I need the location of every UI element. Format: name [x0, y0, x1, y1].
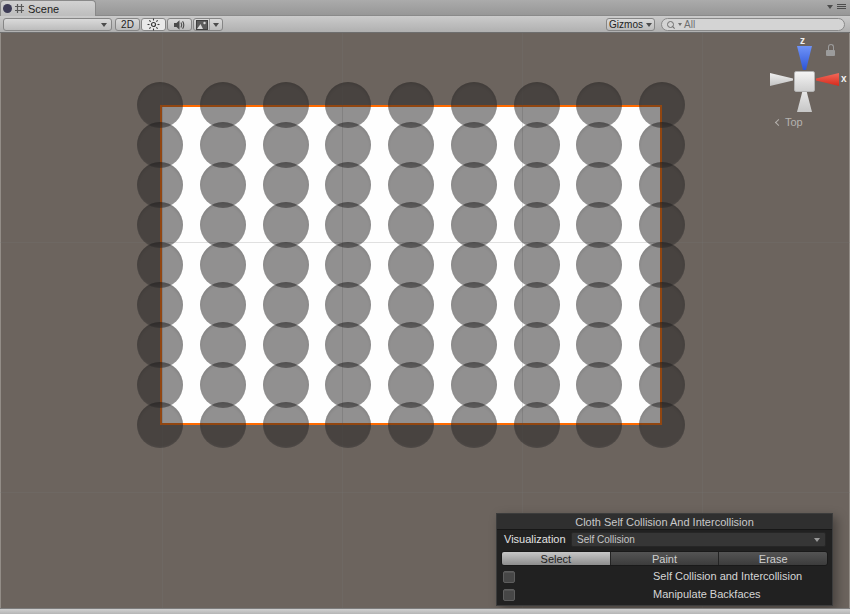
chevron-down-icon[interactable]: [213, 23, 219, 27]
self-collision-checkbox-label: Self Collision and Intercollision: [653, 570, 802, 582]
cloth-particle[interactable]: [514, 402, 560, 448]
gizmo-x-label: x: [841, 73, 847, 84]
gizmo-neg-z-axis-cone[interactable]: [797, 89, 812, 112]
sun-icon: [147, 18, 160, 31]
gizmo-view-label: Top: [785, 116, 803, 128]
gizmo-neg-x-axis-cone[interactable]: [770, 73, 793, 86]
visualization-value: Self Collision: [577, 534, 635, 545]
gizmo-view-toggle[interactable]: Top: [776, 116, 824, 128]
tab-scene[interactable]: Scene: [0, 0, 96, 16]
gizmos-dropdown[interactable]: Gizmos: [606, 18, 655, 31]
speaker-icon: [173, 19, 186, 31]
toggle-2d-label: 2D: [121, 19, 134, 30]
cloth-particle[interactable]: [325, 402, 371, 448]
unity-scene-window: Scene 2D: [0, 0, 850, 614]
chevron-down-icon: [101, 23, 107, 27]
gizmos-label: Gizmos: [609, 19, 643, 30]
tab-label: Scene: [28, 3, 59, 15]
gizmo-z-label: z: [800, 35, 805, 46]
scene-audio-button[interactable]: [167, 18, 192, 31]
cloth-particle[interactable]: [388, 402, 434, 448]
window-bottom-edge: [0, 608, 850, 614]
chevron-down-icon: [646, 23, 652, 27]
cloth-particle[interactable]: [639, 402, 685, 448]
paint-mode-button[interactable]: Paint: [611, 552, 720, 565]
render-mode-dropdown[interactable]: [3, 18, 112, 31]
cloth-self-collision-panel: Cloth Self Collision And Intercollision …: [496, 513, 833, 606]
scene-grid-icon: [14, 3, 25, 14]
scene-lighting-button[interactable]: [141, 18, 166, 31]
window-dot-icon: [3, 4, 12, 13]
panel-title: Cloth Self Collision And Intercollision: [497, 514, 832, 530]
gizmo-x-axis-cone[interactable]: [816, 73, 839, 86]
chevron-left-icon: [775, 118, 782, 125]
magnifier-icon: [666, 20, 676, 30]
grid-line: [0, 492, 850, 493]
gizmo-cube[interactable]: [794, 71, 815, 92]
manipulate-backfaces-checkbox-label: Manipulate Backfaces: [653, 588, 761, 600]
chevron-down-icon: [814, 538, 820, 542]
visualization-label: Visualization: [504, 533, 566, 545]
tab-bar: Scene: [0, 0, 850, 16]
erase-mode-button[interactable]: Erase: [719, 552, 827, 565]
gizmo-z-axis-cone[interactable]: [797, 46, 812, 70]
window-dropdown-icon[interactable]: [827, 5, 833, 9]
cloth-particle[interactable]: [263, 402, 309, 448]
cloth-particle[interactable]: [451, 402, 497, 448]
hamburger-menu-icon[interactable]: [837, 4, 846, 9]
image-icon: [196, 20, 208, 30]
scene-viewport[interactable]: z x Top Cloth Self Collision And Interco…: [0, 33, 850, 608]
select-mode-button[interactable]: Select: [502, 552, 611, 565]
scene-effects-button[interactable]: [193, 18, 223, 31]
search-value: All: [684, 19, 695, 30]
cloth-particle[interactable]: [576, 402, 622, 448]
scene-toolbar: 2D: [0, 16, 850, 33]
scene-search-field[interactable]: All: [661, 18, 845, 31]
cloth-particle[interactable]: [200, 402, 246, 448]
cloth-particle[interactable]: [137, 402, 183, 448]
manipulate-backfaces-checkbox[interactable]: [503, 589, 515, 601]
self-collision-checkbox[interactable]: [503, 571, 515, 583]
divider: [209, 19, 210, 30]
search-filter-chevron-icon: [678, 23, 682, 26]
lock-icon[interactable]: [826, 44, 836, 55]
mode-button-group: Select Paint Erase: [501, 551, 828, 566]
toggle-2d-button[interactable]: 2D: [115, 18, 140, 31]
visualization-dropdown[interactable]: Self Collision: [571, 532, 826, 547]
